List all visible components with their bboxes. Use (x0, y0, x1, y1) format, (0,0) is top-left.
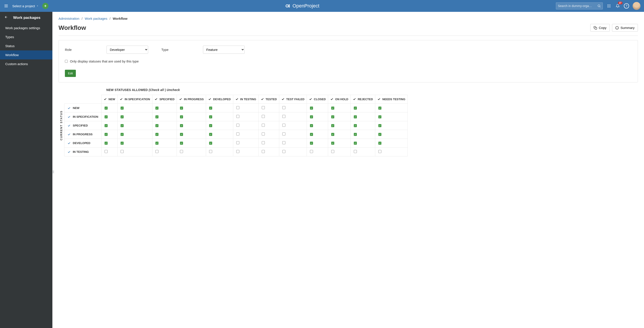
column-header[interactable]: IN PROGRESS (177, 95, 206, 104)
column-header[interactable]: DEVELOPED (206, 95, 233, 104)
column-header[interactable]: ON HOLD (328, 95, 351, 104)
sidebar-item[interactable]: Types (0, 32, 52, 42)
status-checkbox[interactable] (156, 150, 158, 153)
status-checkbox[interactable]: ✓ (354, 106, 357, 110)
status-checkbox[interactable] (236, 132, 239, 136)
status-checkbox[interactable]: ✓ (331, 142, 334, 145)
status-checkbox[interactable]: ✓ (104, 142, 108, 145)
status-checkbox[interactable] (262, 141, 265, 144)
status-checkbox[interactable]: ✓ (209, 106, 212, 110)
status-checkbox[interactable]: ✓ (354, 115, 357, 118)
column-header[interactable]: REJECTED (350, 95, 375, 104)
search-input[interactable] (558, 4, 597, 8)
sidebar-item[interactable]: Custom actions (0, 60, 52, 68)
status-checkbox[interactable]: ✓ (310, 115, 313, 118)
status-checkbox[interactable] (262, 106, 265, 109)
row-header[interactable]: IN TESTING (64, 148, 102, 156)
column-header[interactable]: CLOSED (307, 95, 328, 104)
notifications-button[interactable]: 27 (615, 3, 620, 8)
column-header[interactable]: IN SPECIFICATION (118, 95, 152, 104)
summary-button[interactable]: Summary (612, 24, 638, 32)
row-header[interactable]: SPECIFIED (64, 121, 102, 130)
status-checkbox[interactable] (236, 106, 239, 109)
column-header[interactable]: SPECIFIED (152, 95, 177, 104)
status-checkbox[interactable]: ✓ (104, 106, 108, 110)
status-checkbox[interactable] (282, 132, 286, 136)
status-checkbox[interactable] (104, 150, 108, 153)
status-checkbox[interactable]: ✓ (156, 106, 158, 110)
column-header[interactable]: NEEDS TESTING (375, 95, 408, 104)
status-checkbox[interactable]: ✓ (120, 106, 124, 110)
status-checkbox[interactable]: ✓ (120, 124, 124, 127)
status-checkbox[interactable]: ✓ (209, 124, 212, 127)
status-checkbox[interactable] (236, 124, 239, 127)
status-checkbox[interactable]: ✓ (120, 133, 124, 136)
row-header[interactable]: NEW (64, 104, 102, 112)
row-header[interactable]: DEVELOPED (64, 139, 102, 148)
sidebar-collapse-handle[interactable]: || (52, 170, 54, 174)
column-header[interactable]: TESTED (258, 95, 279, 104)
help-button[interactable]: ? (624, 3, 629, 8)
status-checkbox[interactable]: ✓ (209, 142, 212, 145)
row-header[interactable]: IN SPECIFICATION (64, 112, 102, 121)
role-select[interactable]: Developer (106, 46, 148, 54)
status-checkbox[interactable] (378, 150, 382, 153)
edit-button[interactable]: Edit (65, 70, 76, 77)
status-checkbox[interactable] (262, 124, 265, 127)
status-checkbox[interactable]: ✓ (156, 142, 158, 145)
status-checkbox[interactable] (282, 106, 286, 109)
search-box[interactable] (556, 2, 603, 10)
status-checkbox[interactable]: ✓ (180, 106, 183, 110)
status-checkbox[interactable]: ✓ (310, 133, 313, 136)
row-header[interactable]: IN PROGRESS (64, 130, 102, 139)
avatar[interactable] (632, 2, 640, 10)
status-checkbox[interactable]: ✓ (310, 124, 313, 127)
status-checkbox[interactable]: ✓ (180, 142, 183, 145)
status-checkbox[interactable]: ✓ (156, 133, 158, 136)
sidebar-back-button[interactable] (4, 15, 8, 20)
type-select[interactable]: Feature (203, 46, 244, 54)
status-checkbox[interactable]: ✓ (354, 142, 357, 145)
status-checkbox[interactable] (262, 150, 265, 153)
sidebar-item[interactable]: Workflow (0, 50, 52, 60)
status-checkbox[interactable]: ✓ (378, 124, 382, 127)
status-checkbox[interactable]: ✓ (378, 115, 382, 118)
project-selector[interactable]: Select a project (12, 4, 39, 8)
status-checkbox[interactable] (354, 150, 357, 153)
only-used-statuses-checkbox[interactable] (65, 60, 68, 63)
status-checkbox[interactable]: ✓ (209, 115, 212, 118)
status-checkbox[interactable]: ✓ (331, 124, 334, 127)
status-checkbox[interactable]: ✓ (180, 124, 183, 127)
hamburger-icon[interactable] (4, 3, 9, 8)
status-checkbox[interactable] (120, 150, 124, 153)
status-checkbox[interactable]: ✓ (378, 106, 382, 110)
status-checkbox[interactable]: ✓ (354, 133, 357, 136)
status-checkbox[interactable]: ✓ (354, 124, 357, 127)
add-button[interactable] (42, 3, 48, 9)
sidebar-item[interactable]: Work packages settings (0, 24, 52, 32)
breadcrumb-work-packages[interactable]: Work packages (85, 17, 108, 20)
status-checkbox[interactable]: ✓ (156, 124, 158, 127)
status-checkbox[interactable] (282, 124, 286, 127)
sidebar-item[interactable]: Status (0, 42, 52, 50)
status-checkbox[interactable]: ✓ (310, 142, 313, 145)
status-checkbox[interactable] (209, 150, 212, 153)
column-header[interactable]: IN TESTING (233, 95, 258, 104)
status-checkbox[interactable]: ✓ (104, 115, 108, 118)
only-used-statuses-row[interactable]: Only display statuses that are used by t… (65, 60, 632, 63)
column-header[interactable]: NEW (102, 95, 118, 104)
status-checkbox[interactable] (236, 115, 239, 118)
copy-button[interactable]: Copy (590, 24, 610, 32)
status-checkbox[interactable]: ✓ (331, 115, 334, 118)
status-checkbox[interactable] (262, 115, 265, 118)
status-checkbox[interactable]: ✓ (378, 142, 382, 145)
status-checkbox[interactable]: ✓ (209, 133, 212, 136)
status-checkbox[interactable]: ✓ (310, 106, 313, 110)
status-checkbox[interactable] (282, 115, 286, 118)
column-header[interactable]: TEST FAILED (279, 95, 307, 104)
status-checkbox[interactable] (180, 150, 183, 153)
status-checkbox[interactable]: ✓ (180, 115, 183, 118)
status-checkbox[interactable]: ✓ (180, 133, 183, 136)
status-checkbox[interactable]: ✓ (331, 106, 334, 110)
status-checkbox[interactable]: ✓ (104, 124, 108, 127)
